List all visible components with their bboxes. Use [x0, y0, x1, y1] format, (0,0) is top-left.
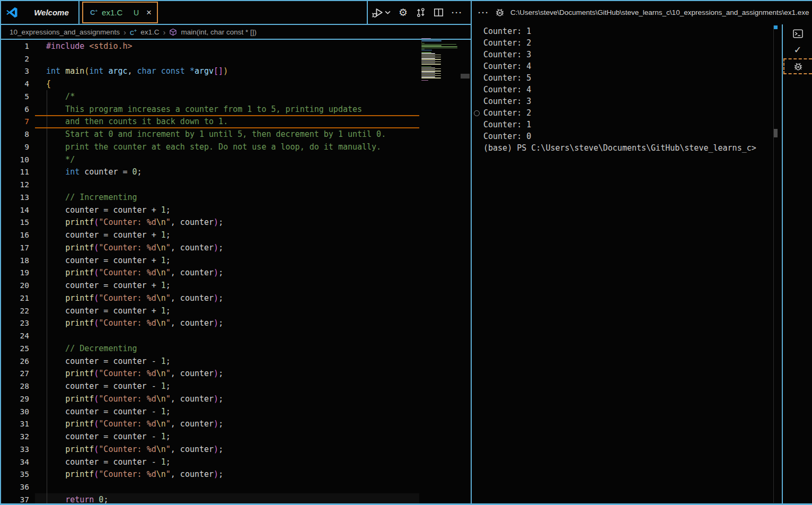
line-number[interactable]: 5	[1, 92, 29, 101]
line-number[interactable]: 29	[1, 395, 29, 403]
breadcrumb-folder[interactable]: 10_expressions_and_assignments	[10, 28, 120, 36]
vscode-logo-icon[interactable]	[5, 6, 19, 19]
line-number[interactable]: 6	[1, 105, 29, 114]
code-line[interactable]: 19 printf("Counter: %d\n", counter);	[1, 267, 471, 280]
line-number[interactable]: 22	[1, 307, 29, 315]
line-number[interactable]: 2	[1, 55, 29, 63]
code-line[interactable]: 8 Start at 0 and increment by 1 until 5,…	[1, 128, 471, 141]
terminal-line: (base) PS C:\Users\steve\Documents\GitHu…	[472, 142, 774, 154]
code-editor[interactable]: 1#include <stdio.h>23int main(int argc, …	[1, 40, 471, 503]
terminal-session-powershell[interactable]	[783, 27, 812, 40]
code-line[interactable]: 35 printf("Counter: %d\n", counter);	[1, 468, 471, 481]
line-number[interactable]: 32	[1, 432, 29, 441]
code-line[interactable]: 15 printf("Counter: %d\n", counter);	[1, 216, 471, 229]
terminal-text: Counter: 5	[483, 73, 531, 83]
code-line[interactable]: 24	[1, 329, 471, 342]
line-number[interactable]: 7	[1, 117, 29, 126]
code-line[interactable]: 30 counter = counter - 1;	[1, 405, 471, 418]
line-number[interactable]: 20	[1, 281, 29, 290]
line-number[interactable]: 28	[1, 382, 29, 390]
code-line[interactable]: 4{	[1, 77, 471, 90]
code-line[interactable]: 29 printf("Counter: %d\n", counter);	[1, 393, 471, 405]
code-line[interactable]: 23 printf("Counter: %d\n", counter);	[1, 317, 471, 330]
compare-changes-icon[interactable]	[416, 7, 426, 18]
line-number[interactable]: 13	[1, 193, 29, 202]
code-line[interactable]: 25 // Decrementing	[1, 342, 471, 355]
breadcrumb-symbol[interactable]: main(int, char const * [])	[181, 28, 257, 36]
code-line[interactable]: 13 // Incrementing	[1, 191, 471, 204]
close-tab-icon[interactable]: ×	[146, 8, 152, 17]
code-line[interactable]: 17 printf("Counter: %d\n", counter);	[1, 241, 471, 254]
line-number[interactable]: 19	[1, 268, 29, 277]
line-number[interactable]: 23	[1, 319, 29, 327]
code-line[interactable]: 20 counter = counter + 1;	[1, 279, 471, 292]
code-line[interactable]: 2	[1, 53, 471, 65]
code-line[interactable]: 9 print the counter at each step. Do not…	[1, 141, 471, 153]
tab-ex1c[interactable]: C+ ex1.C U ×	[82, 2, 158, 23]
code-line[interactable]: 7 and then counts it back down to 1.	[1, 116, 471, 128]
code-line[interactable]: 3int main(int argc, char const *argv[])	[1, 65, 471, 78]
code-line[interactable]: 16 counter = counter + 1;	[1, 229, 471, 241]
more-actions-icon[interactable]: ···	[452, 8, 463, 17]
command-decoration-circle[interactable]	[474, 110, 480, 116]
terminal-session-task-check-icon[interactable]: ✓	[783, 42, 812, 56]
line-number[interactable]: 21	[1, 294, 29, 302]
code-line[interactable]: 14 counter = counter + 1;	[1, 204, 471, 216]
line-number[interactable]: 25	[1, 344, 29, 353]
minimap-line	[421, 59, 441, 59]
code-line[interactable]: 22 counter = counter + 1;	[1, 304, 471, 317]
line-number[interactable]: 9	[1, 143, 29, 151]
line-number[interactable]: 27	[1, 369, 29, 378]
line-number[interactable]: 36	[1, 483, 29, 491]
code-line[interactable]: 26 counter = counter - 1;	[1, 355, 471, 368]
code-line[interactable]: 36	[1, 481, 471, 493]
line-number[interactable]: 18	[1, 256, 29, 265]
line-number[interactable]: 37	[1, 495, 29, 504]
code-line[interactable]: 1#include <stdio.h>	[1, 40, 471, 53]
code-line[interactable]: 6 This program increases a counter from …	[1, 103, 471, 116]
line-number[interactable]: 11	[1, 168, 29, 176]
code-line[interactable]: 32 counter = counter - 1;	[1, 430, 471, 443]
line-number[interactable]: 24	[1, 332, 29, 340]
code-line[interactable]: 12	[1, 178, 471, 191]
line-number[interactable]: 30	[1, 407, 29, 416]
line-number[interactable]: 16	[1, 231, 29, 239]
code-line[interactable]: 21 printf("Counter: %d\n", counter);	[1, 292, 471, 304]
line-number[interactable]: 1	[1, 42, 29, 50]
line-number[interactable]: 17	[1, 243, 29, 252]
code-line[interactable]: 28 counter = counter - 1;	[1, 380, 471, 393]
settings-gear-icon[interactable]: ⚙	[399, 6, 408, 18]
code-line[interactable]: 34 counter = counter - 1;	[1, 456, 471, 468]
line-number[interactable]: 15	[1, 218, 29, 227]
debug-run-dropdown-icon[interactable]	[371, 7, 391, 18]
code-line[interactable]: 10 */	[1, 153, 471, 166]
editor-panel-splitter[interactable]	[471, 0, 472, 505]
line-number[interactable]: 35	[1, 470, 29, 478]
code-line[interactable]: 27 printf("Counter: %d\n", counter);	[1, 368, 471, 380]
line-number[interactable]: 10	[1, 155, 29, 164]
code-text: print the counter at each step. Do not u…	[46, 142, 381, 152]
editor-scrollbar-thumb[interactable]	[461, 74, 470, 79]
line-number[interactable]: 8	[1, 130, 29, 138]
code-line[interactable]: 18 counter = counter + 1;	[1, 254, 471, 267]
code-line[interactable]: 5 /*	[1, 90, 471, 103]
minimap[interactable]	[421, 38, 461, 83]
line-number[interactable]: 14	[1, 206, 29, 214]
tab-welcome[interactable]: Welcome	[24, 0, 78, 24]
code-line[interactable]: 33 printf("Counter: %d\n", counter);	[1, 443, 471, 456]
terminal-more-actions-icon[interactable]: ···	[478, 8, 489, 17]
line-number[interactable]: 34	[1, 458, 29, 466]
split-editor-icon[interactable]	[434, 7, 444, 18]
terminal-output-area[interactable]: Counter: 1Counter: 2Counter: 3Counter: 4…	[472, 25, 774, 154]
terminal-session-debug-bug-icon[interactable]	[783, 58, 812, 74]
code-line[interactable]: 11 int counter = 0;	[1, 166, 471, 179]
terminal-scrollbar-thumb[interactable]	[774, 129, 778, 137]
code-line[interactable]: 31 printf("Counter: %d\n", counter);	[1, 418, 471, 431]
line-number[interactable]: 33	[1, 445, 29, 454]
line-number[interactable]: 26	[1, 357, 29, 365]
line-number[interactable]: 3	[1, 67, 29, 75]
breadcrumb-file[interactable]: ex1.C	[140, 28, 159, 36]
line-number[interactable]: 31	[1, 420, 29, 428]
line-number[interactable]: 4	[1, 80, 29, 88]
line-number[interactable]: 12	[1, 180, 29, 189]
